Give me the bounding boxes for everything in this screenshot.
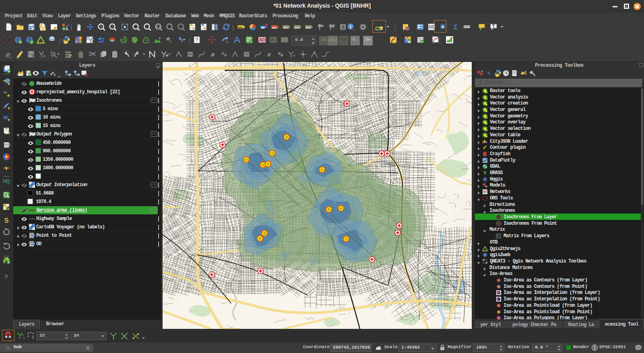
svg-text:–: – <box>111 23 114 29</box>
svg-text:T: T <box>492 24 495 29</box>
svg-text:+: + <box>7 261 9 265</box>
svg-text:✷: ✷ <box>43 27 45 31</box>
svg-text:✷: ✷ <box>8 118 10 122</box>
svg-text:Q: Q <box>6 178 10 184</box>
svg-text:Σ: Σ <box>454 23 458 31</box>
svg-text:i: i <box>350 24 351 30</box>
svg-text:RO: RO <box>282 38 288 42</box>
svg-text:+: + <box>19 40 21 44</box>
svg-text:+: + <box>99 24 102 29</box>
svg-text:D: D <box>408 41 410 43</box>
svg-text:+: + <box>293 53 295 58</box>
svg-text:abc: abc <box>306 26 311 29</box>
svg-text:+: + <box>250 40 252 44</box>
svg-text:p: p <box>5 273 8 279</box>
svg-text:+: + <box>29 73 31 77</box>
svg-text:ab: ab <box>261 26 264 29</box>
svg-text:✷: ✷ <box>7 94 10 98</box>
svg-text:S: S <box>4 217 9 224</box>
svg-text:✷: ✷ <box>43 54 46 58</box>
svg-text:1:1: 1:1 <box>156 25 160 28</box>
svg-text:abc: abc <box>272 26 277 29</box>
svg-text:MO: MO <box>270 38 277 42</box>
svg-text:abc: abc <box>283 26 288 29</box>
svg-text:?: ? <box>195 37 198 43</box>
svg-text:✷: ✷ <box>8 131 10 135</box>
svg-text:R: R <box>487 71 491 76</box>
svg-text:+: + <box>421 40 423 44</box>
svg-text:⌕: ⌕ <box>31 40 32 44</box>
svg-text:AD: AD <box>259 38 265 42</box>
svg-text:abc: abc <box>295 26 299 29</box>
svg-text:✶: ✶ <box>192 27 195 31</box>
svg-text:+: + <box>8 70 10 73</box>
svg-text:✷: ✷ <box>8 82 10 86</box>
svg-text:✷: ✷ <box>8 107 10 110</box>
svg-text:✶: ✶ <box>203 27 206 31</box>
svg-text:a: a <box>54 73 56 76</box>
svg-text:a: a <box>66 26 68 31</box>
svg-text:abc: abc <box>238 26 243 29</box>
